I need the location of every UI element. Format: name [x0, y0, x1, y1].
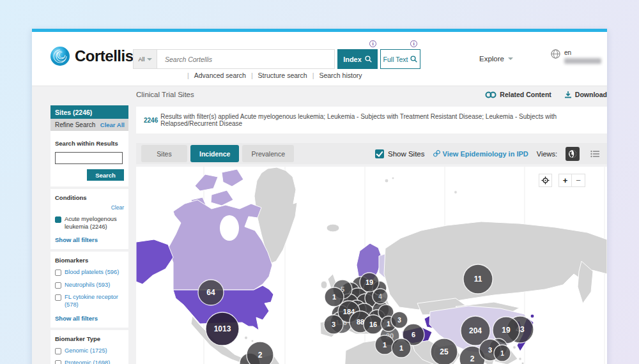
checkbox-icon[interactable]: [55, 348, 61, 354]
biomarker-type-panel: Biomarker Type Genomic (1725) Proteomic …: [50, 330, 128, 364]
chevron-down-icon: [147, 58, 152, 61]
filter-item-condition[interactable]: Acute myelogenous leukemia (2246): [55, 216, 124, 231]
results-count: 2246: [144, 117, 158, 124]
refine-sidebar: Sites (2246) Refine Search Clear All Sea…: [50, 105, 128, 364]
view-epidemiology-link[interactable]: View Epidemiology in IPD: [433, 150, 528, 158]
main-content: Clinical Trial Sites Related Content Dow…: [136, 91, 607, 364]
svg-text:4: 4: [378, 293, 382, 300]
filter-label: FL cytokine receptor (578): [65, 294, 124, 308]
svg-text:1: 1: [383, 341, 387, 349]
filter-item[interactable]: Proteomic (1698): [55, 360, 124, 364]
nav-link-search-history[interactable]: Search history: [319, 72, 362, 79]
results-filters-text: Results with filter(s) applied Acute mye…: [160, 113, 599, 127]
search-scope-value: All: [138, 56, 144, 63]
nav-link-structure-search[interactable]: Structure search: [258, 72, 307, 79]
incidence-bubble[interactable]: 4: [373, 289, 388, 304]
incidence-bubble[interactable]: 1: [325, 287, 344, 307]
incidence-bubble[interactable]: 3: [324, 315, 343, 334]
tab-incidence[interactable]: Incidence: [190, 145, 239, 162]
checkbox-checked-icon[interactable]: [55, 216, 61, 223]
search-within-input[interactable]: [55, 152, 123, 164]
list-view-button[interactable]: [588, 147, 602, 161]
checkbox-icon[interactable]: [55, 282, 61, 289]
language-code[interactable]: en: [564, 49, 571, 56]
incidence-bubble[interactable]: 11: [463, 264, 493, 294]
svg-text:3: 3: [397, 317, 401, 324]
search-scope-dropdown[interactable]: All: [133, 49, 157, 69]
divider: |: [251, 72, 253, 79]
conditions-clear-link[interactable]: Clear: [111, 204, 124, 211]
filter-item[interactable]: Genomic (1725): [55, 347, 124, 355]
svg-text:3: 3: [332, 321, 335, 328]
svg-text:2: 2: [258, 351, 263, 360]
checkbox-icon[interactable]: [55, 360, 61, 364]
logo-text: Cortellis: [75, 47, 134, 65]
incidence-map[interactable]: + −: [136, 167, 607, 364]
search-icon: [365, 56, 372, 63]
map-view-button[interactable]: [566, 147, 580, 161]
filter-item[interactable]: Neutrophils (593): [55, 282, 124, 289]
filter-item[interactable]: Blood platelets (596): [55, 269, 124, 277]
svg-text:1: 1: [500, 350, 504, 357]
fulltext-info-icon[interactable]: i: [410, 40, 417, 47]
nav-link-advanced-search[interactable]: Advanced search: [194, 72, 246, 79]
incidence-bubble[interactable]: 1: [392, 338, 411, 358]
map-toolbar: Sites Incidence Prevalence Show Sites Vi…: [136, 143, 607, 164]
tab-sites[interactable]: Sites: [141, 145, 187, 162]
svg-text:204: 204: [469, 326, 482, 335]
search-subnav: | Advanced search | Structure search | S…: [182, 72, 450, 79]
index-search-button[interactable]: Index: [337, 49, 378, 69]
tab-prevalence[interactable]: Prevalence: [242, 145, 294, 162]
svg-text:1013: 1013: [214, 324, 231, 333]
search-within-panel: Search within Results Search: [50, 131, 128, 186]
list-icon: [590, 150, 600, 158]
related-content-icon: [485, 91, 497, 98]
biomarkers-panel: Biomarkers Blood platelets (596) Neutrop…: [50, 252, 128, 327]
filter-label: Genomic (1725): [65, 347, 107, 355]
zoom-out-button[interactable]: −: [572, 174, 585, 187]
search-within-button[interactable]: Search: [87, 169, 124, 181]
sites-count-header: Sites (2246): [50, 105, 128, 119]
cortellis-logo[interactable]: Cortellis™: [50, 46, 139, 66]
cortellis-swirl-icon: [50, 46, 70, 66]
incidence-bubble[interactable]: 16: [364, 315, 383, 334]
filter-label: Acute myelogenous leukemia (2246): [65, 216, 124, 231]
search-within-label: Search within Results: [55, 140, 124, 147]
incidence-bubble[interactable]: 19: [360, 273, 379, 292]
checkbox-checked-icon[interactable]: [375, 149, 384, 158]
language-globe-icon[interactable]: [551, 49, 560, 61]
user-name-redacted[interactable]: [564, 58, 601, 64]
svg-text:25: 25: [440, 347, 449, 356]
filter-item[interactable]: FL cytokine receptor (578): [55, 294, 124, 308]
checkbox-icon[interactable]: [55, 269, 61, 276]
checkbox-icon[interactable]: [55, 294, 61, 301]
filter-label: Blood platelets (596): [65, 269, 119, 277]
related-content-button[interactable]: Related Content: [485, 91, 551, 98]
map-reset-button[interactable]: [539, 174, 552, 187]
clear-all-link[interactable]: Clear All: [100, 121, 125, 128]
divider: |: [187, 72, 189, 79]
svg-text:19: 19: [502, 326, 511, 335]
conditions-show-all-filters[interactable]: Show all filters: [55, 236, 124, 243]
biomarkers-title: Biomarkers: [55, 257, 124, 264]
zoom-in-button[interactable]: +: [558, 174, 572, 187]
fulltext-search-button[interactable]: Full Text: [380, 49, 420, 69]
index-info-icon[interactable]: i: [369, 40, 376, 47]
incidence-bubble[interactable]: 25: [431, 338, 458, 364]
incidence-bubble[interactable]: 3: [391, 312, 408, 328]
incidence-bubble[interactable]: 2: [247, 342, 273, 364]
svg-text:88: 88: [357, 318, 364, 326]
view-epidemiology-label: View Epidemiology in IPD: [443, 150, 528, 158]
search-input[interactable]: [157, 49, 335, 69]
incidence-bubble[interactable]: 1: [375, 335, 394, 354]
incidence-bubble[interactable]: 64: [198, 280, 224, 305]
incidence-bubble[interactable]: 1013: [206, 312, 239, 345]
svg-text:1: 1: [387, 321, 390, 328]
show-sites-toggle[interactable]: Show Sites: [375, 149, 425, 158]
incidence-bubble[interactable]: 1: [494, 345, 511, 361]
explore-menu[interactable]: Explore: [479, 55, 513, 63]
download-button[interactable]: Download: [564, 91, 607, 98]
link-icon: [433, 150, 440, 157]
world-map-svg[interactable]: 5411620191184388161361164101321120443192…: [136, 167, 607, 364]
biomarkers-show-all-filters[interactable]: Show all filters: [55, 315, 124, 322]
